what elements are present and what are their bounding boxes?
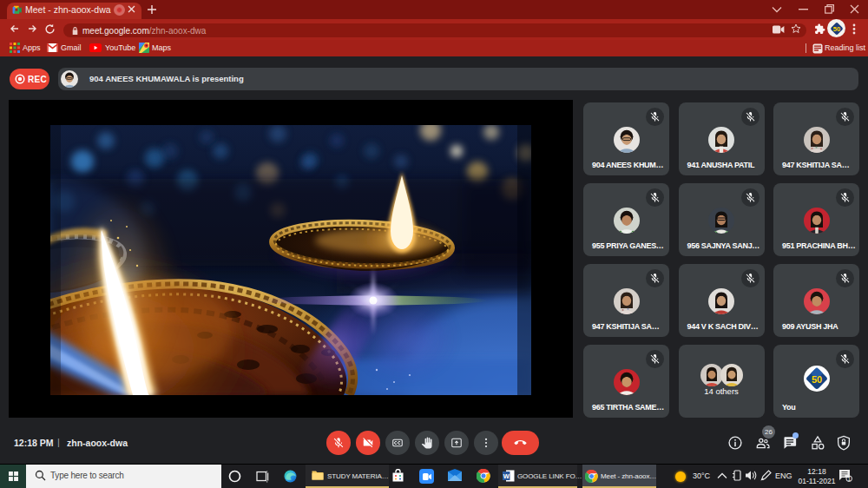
svg-text:50: 50 [832, 24, 839, 32]
svg-text:W: W [503, 472, 510, 480]
svg-text:50: 50 [811, 373, 821, 384]
svg-text:1: 1 [847, 476, 851, 482]
